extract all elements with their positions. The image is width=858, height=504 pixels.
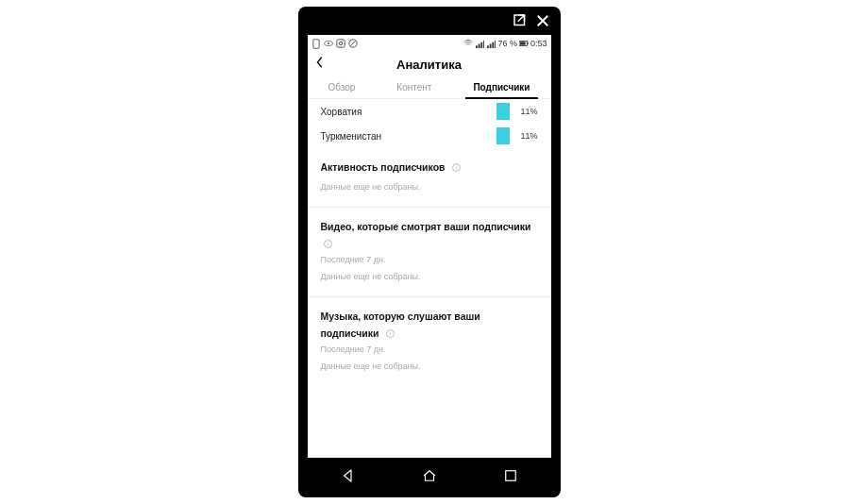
close-icon[interactable] <box>534 12 551 33</box>
signal-icon <box>475 39 484 48</box>
section-title: Видео, которые смотрят ваши подписчики <box>321 221 531 232</box>
header: Аналитика <box>308 52 551 76</box>
svg-rect-9 <box>483 40 484 47</box>
country-bar <box>496 127 510 144</box>
svg-rect-10 <box>487 45 489 48</box>
empty-text: Данные еще не собраны. <box>321 272 538 281</box>
nodata-icon <box>348 39 358 48</box>
page-title: Аналитика <box>396 58 462 72</box>
section-music: Музыка, которую слушают ваши подписчики … <box>308 297 551 377</box>
tab-content[interactable]: Контент <box>393 76 435 98</box>
empty-text: Данные еще не собраны. <box>321 182 538 192</box>
battery-text: 76 % <box>497 39 517 48</box>
svg-rect-6 <box>476 45 478 48</box>
tab-overview[interactable]: Обзор <box>324 76 359 98</box>
svg-rect-12 <box>492 42 494 47</box>
nav-home-icon[interactable] <box>421 467 438 488</box>
country-row: Туркменистан 11% <box>308 124 551 148</box>
content-scroll[interactable]: Хорватия 11% Туркменистан 11% Активность… <box>308 99 551 458</box>
country-name: Хорватия <box>321 107 453 117</box>
tab-followers[interactable]: Подписчики <box>469 76 533 98</box>
info-icon[interactable]: i <box>452 163 461 172</box>
country-row: Хорватия 11% <box>308 99 551 124</box>
status-bar: 76 % 0:53 <box>308 35 551 52</box>
section-activity: Активность подписчиков i Данные еще не с… <box>308 148 551 197</box>
svg-rect-7 <box>479 43 480 48</box>
country-name: Туркменистан <box>321 131 453 142</box>
tabs: Обзор Контент Подписчики <box>308 76 551 99</box>
info-icon[interactable]: i <box>324 240 332 248</box>
svg-rect-13 <box>495 40 496 47</box>
nav-back-icon[interactable] <box>340 467 357 488</box>
android-navbar <box>308 458 551 497</box>
sync-icon <box>336 39 345 48</box>
svg-rect-16 <box>520 42 526 44</box>
signal2-icon <box>486 39 496 48</box>
nav-recent-icon[interactable] <box>502 467 519 488</box>
subtitle: Последние 7 дн. <box>321 344 538 354</box>
clock-text: 0:53 <box>530 39 547 48</box>
svg-rect-4 <box>336 40 344 47</box>
section-videos: Видео, которые смотрят ваши подписчики i… <box>308 208 551 287</box>
info-icon[interactable]: i <box>386 329 395 338</box>
device-frame: 76 % 0:53 Аналитика Обзор Контент Подпис… <box>298 7 561 497</box>
section-title: Активность подписчиков <box>321 161 446 173</box>
section-title: Музыка, которую слушают ваши подписчики <box>321 311 480 339</box>
battery-icon <box>519 39 529 48</box>
svg-point-3 <box>328 42 329 44</box>
country-pct: 11% <box>515 131 538 141</box>
svg-rect-15 <box>527 42 528 45</box>
empty-text: Данные еще не собраны. <box>321 361 538 371</box>
svg-rect-17 <box>505 471 515 481</box>
svg-rect-11 <box>490 43 492 48</box>
subtitle: Последние 7 дн. <box>321 255 538 264</box>
country-pct: 11% <box>515 107 538 116</box>
wifi-icon <box>463 39 473 48</box>
back-button[interactable] <box>313 56 327 73</box>
open-external-icon[interactable] <box>512 12 529 33</box>
screen: 76 % 0:53 Аналитика Обзор Контент Подпис… <box>308 35 551 458</box>
country-bar <box>496 103 510 120</box>
eye-icon <box>324 39 333 48</box>
phone-icon <box>311 39 321 48</box>
svg-rect-8 <box>480 42 482 47</box>
svg-rect-1 <box>312 39 318 47</box>
